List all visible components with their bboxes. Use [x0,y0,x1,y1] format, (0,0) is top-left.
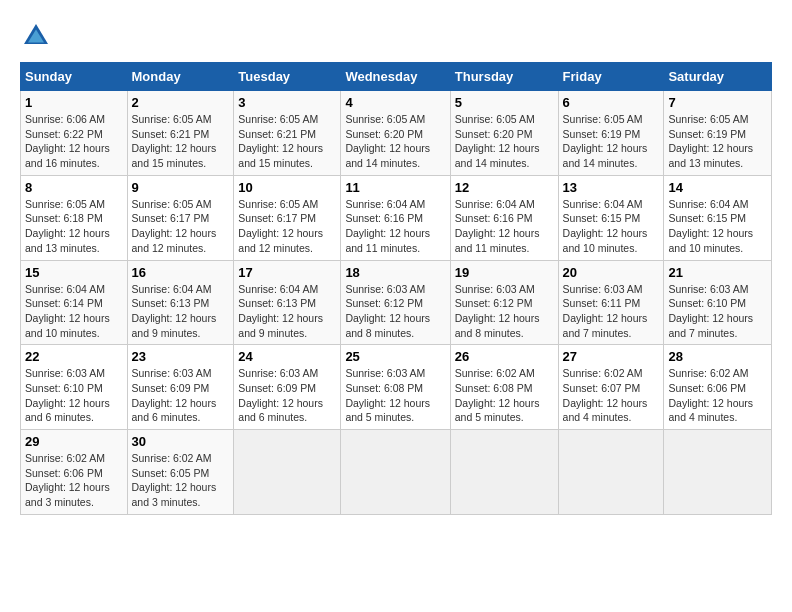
calendar-cell [341,430,450,515]
day-number: 9 [132,180,230,195]
day-number: 28 [668,349,767,364]
col-header-tuesday: Tuesday [234,63,341,91]
day-number: 25 [345,349,445,364]
day-info: Sunrise: 6:03 AM Sunset: 6:09 PM Dayligh… [132,366,230,425]
day-number: 18 [345,265,445,280]
day-number: 24 [238,349,336,364]
calendar-cell: 20 Sunrise: 6:03 AM Sunset: 6:11 PM Dayl… [558,260,664,345]
day-number: 12 [455,180,554,195]
day-info: Sunrise: 6:05 AM Sunset: 6:21 PM Dayligh… [132,112,230,171]
day-number: 26 [455,349,554,364]
logo [20,20,56,52]
calendar-row-5: 29 Sunrise: 6:02 AM Sunset: 6:06 PM Dayl… [21,430,772,515]
day-info: Sunrise: 6:05 AM Sunset: 6:20 PM Dayligh… [455,112,554,171]
calendar-cell: 9 Sunrise: 6:05 AM Sunset: 6:17 PM Dayli… [127,175,234,260]
day-info: Sunrise: 6:04 AM Sunset: 6:14 PM Dayligh… [25,282,123,341]
day-info: Sunrise: 6:04 AM Sunset: 6:13 PM Dayligh… [238,282,336,341]
calendar-cell: 25 Sunrise: 6:03 AM Sunset: 6:08 PM Dayl… [341,345,450,430]
day-number: 4 [345,95,445,110]
day-number: 29 [25,434,123,449]
day-number: 20 [563,265,660,280]
calendar-cell: 1 Sunrise: 6:06 AM Sunset: 6:22 PM Dayli… [21,91,128,176]
col-header-friday: Friday [558,63,664,91]
day-number: 5 [455,95,554,110]
calendar-cell: 30 Sunrise: 6:02 AM Sunset: 6:05 PM Dayl… [127,430,234,515]
calendar-cell: 22 Sunrise: 6:03 AM Sunset: 6:10 PM Dayl… [21,345,128,430]
calendar-header-row: SundayMondayTuesdayWednesdayThursdayFrid… [21,63,772,91]
col-header-monday: Monday [127,63,234,91]
day-number: 8 [25,180,123,195]
day-number: 13 [563,180,660,195]
logo-icon [20,20,52,52]
day-number: 22 [25,349,123,364]
day-number: 7 [668,95,767,110]
day-info: Sunrise: 6:03 AM Sunset: 6:08 PM Dayligh… [345,366,445,425]
calendar-cell: 18 Sunrise: 6:03 AM Sunset: 6:12 PM Dayl… [341,260,450,345]
day-number: 2 [132,95,230,110]
day-number: 1 [25,95,123,110]
calendar-cell: 27 Sunrise: 6:02 AM Sunset: 6:07 PM Dayl… [558,345,664,430]
calendar-cell: 29 Sunrise: 6:02 AM Sunset: 6:06 PM Dayl… [21,430,128,515]
day-info: Sunrise: 6:03 AM Sunset: 6:09 PM Dayligh… [238,366,336,425]
day-info: Sunrise: 6:02 AM Sunset: 6:07 PM Dayligh… [563,366,660,425]
day-info: Sunrise: 6:05 AM Sunset: 6:20 PM Dayligh… [345,112,445,171]
calendar-cell: 14 Sunrise: 6:04 AM Sunset: 6:15 PM Dayl… [664,175,772,260]
calendar-row-4: 22 Sunrise: 6:03 AM Sunset: 6:10 PM Dayl… [21,345,772,430]
calendar-cell: 3 Sunrise: 6:05 AM Sunset: 6:21 PM Dayli… [234,91,341,176]
page-header [20,20,772,52]
day-number: 30 [132,434,230,449]
day-number: 21 [668,265,767,280]
day-number: 6 [563,95,660,110]
day-info: Sunrise: 6:05 AM Sunset: 6:21 PM Dayligh… [238,112,336,171]
day-info: Sunrise: 6:05 AM Sunset: 6:17 PM Dayligh… [238,197,336,256]
calendar-table: SundayMondayTuesdayWednesdayThursdayFrid… [20,62,772,515]
calendar-cell: 24 Sunrise: 6:03 AM Sunset: 6:09 PM Dayl… [234,345,341,430]
day-info: Sunrise: 6:04 AM Sunset: 6:13 PM Dayligh… [132,282,230,341]
calendar-cell: 28 Sunrise: 6:02 AM Sunset: 6:06 PM Dayl… [664,345,772,430]
calendar-cell [558,430,664,515]
day-info: Sunrise: 6:05 AM Sunset: 6:19 PM Dayligh… [563,112,660,171]
day-info: Sunrise: 6:03 AM Sunset: 6:11 PM Dayligh… [563,282,660,341]
day-number: 10 [238,180,336,195]
day-number: 14 [668,180,767,195]
day-number: 27 [563,349,660,364]
calendar-cell: 5 Sunrise: 6:05 AM Sunset: 6:20 PM Dayli… [450,91,558,176]
col-header-saturday: Saturday [664,63,772,91]
calendar-cell: 8 Sunrise: 6:05 AM Sunset: 6:18 PM Dayli… [21,175,128,260]
calendar-row-2: 8 Sunrise: 6:05 AM Sunset: 6:18 PM Dayli… [21,175,772,260]
calendar-cell: 2 Sunrise: 6:05 AM Sunset: 6:21 PM Dayli… [127,91,234,176]
calendar-cell: 13 Sunrise: 6:04 AM Sunset: 6:15 PM Dayl… [558,175,664,260]
calendar-cell: 6 Sunrise: 6:05 AM Sunset: 6:19 PM Dayli… [558,91,664,176]
calendar-row-1: 1 Sunrise: 6:06 AM Sunset: 6:22 PM Dayli… [21,91,772,176]
calendar-cell: 15 Sunrise: 6:04 AM Sunset: 6:14 PM Dayl… [21,260,128,345]
day-number: 11 [345,180,445,195]
calendar-cell: 4 Sunrise: 6:05 AM Sunset: 6:20 PM Dayli… [341,91,450,176]
day-number: 17 [238,265,336,280]
day-number: 23 [132,349,230,364]
calendar-cell [664,430,772,515]
day-info: Sunrise: 6:06 AM Sunset: 6:22 PM Dayligh… [25,112,123,171]
day-info: Sunrise: 6:05 AM Sunset: 6:19 PM Dayligh… [668,112,767,171]
calendar-cell: 12 Sunrise: 6:04 AM Sunset: 6:16 PM Dayl… [450,175,558,260]
day-info: Sunrise: 6:04 AM Sunset: 6:16 PM Dayligh… [345,197,445,256]
day-info: Sunrise: 6:04 AM Sunset: 6:16 PM Dayligh… [455,197,554,256]
calendar-cell: 26 Sunrise: 6:02 AM Sunset: 6:08 PM Dayl… [450,345,558,430]
calendar-cell: 10 Sunrise: 6:05 AM Sunset: 6:17 PM Dayl… [234,175,341,260]
day-info: Sunrise: 6:02 AM Sunset: 6:06 PM Dayligh… [668,366,767,425]
calendar-cell: 17 Sunrise: 6:04 AM Sunset: 6:13 PM Dayl… [234,260,341,345]
calendar-cell: 7 Sunrise: 6:05 AM Sunset: 6:19 PM Dayli… [664,91,772,176]
col-header-thursday: Thursday [450,63,558,91]
day-info: Sunrise: 6:05 AM Sunset: 6:18 PM Dayligh… [25,197,123,256]
calendar-cell: 23 Sunrise: 6:03 AM Sunset: 6:09 PM Dayl… [127,345,234,430]
calendar-cell [234,430,341,515]
day-info: Sunrise: 6:03 AM Sunset: 6:12 PM Dayligh… [455,282,554,341]
calendar-cell: 11 Sunrise: 6:04 AM Sunset: 6:16 PM Dayl… [341,175,450,260]
day-number: 3 [238,95,336,110]
day-info: Sunrise: 6:04 AM Sunset: 6:15 PM Dayligh… [668,197,767,256]
day-info: Sunrise: 6:02 AM Sunset: 6:05 PM Dayligh… [132,451,230,510]
day-info: Sunrise: 6:03 AM Sunset: 6:10 PM Dayligh… [25,366,123,425]
col-header-sunday: Sunday [21,63,128,91]
calendar-cell: 19 Sunrise: 6:03 AM Sunset: 6:12 PM Dayl… [450,260,558,345]
day-info: Sunrise: 6:05 AM Sunset: 6:17 PM Dayligh… [132,197,230,256]
calendar-cell: 21 Sunrise: 6:03 AM Sunset: 6:10 PM Dayl… [664,260,772,345]
